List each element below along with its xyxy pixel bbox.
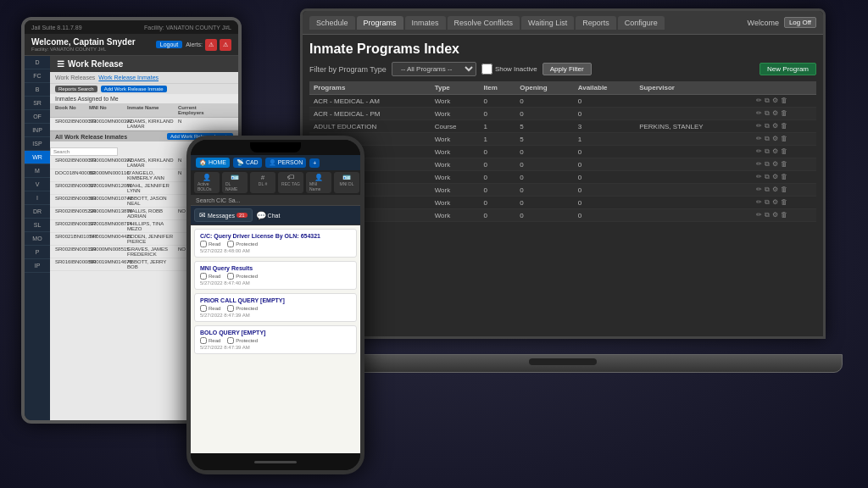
phone-nav-person[interactable]: 👤 PERSON [265, 158, 307, 168]
settings-icon[interactable]: ⚙ [772, 109, 778, 118]
phone-subtab-dl-name[interactable]: 🪪 DL NAME [222, 172, 248, 193]
copy-icon[interactable]: ⧉ [765, 173, 770, 181]
sidebar-item-m[interactable]: M [25, 164, 50, 178]
protected-checkbox[interactable] [227, 305, 234, 312]
program-type-filter[interactable]: -- All Programs -- [392, 62, 476, 76]
delete-icon[interactable]: 🗑 [781, 122, 787, 130]
inmate-search-input[interactable] [50, 147, 118, 156]
chat-button[interactable]: 💬 Chat [256, 208, 281, 222]
program-name[interactable]: ACR - MEDICAL - PM [309, 108, 431, 120]
protected-checkbox[interactable] [227, 273, 234, 280]
protected-checkbox[interactable] [227, 337, 234, 344]
copy-icon[interactable]: ⧉ [765, 147, 770, 156]
read-checkbox[interactable] [200, 305, 207, 312]
sidebar-item-dr[interactable]: DR [25, 205, 50, 219]
sidebar-item-sr[interactable]: SR [25, 97, 50, 110]
delete-icon[interactable]: 🗑 [781, 173, 787, 181]
sidebar-item-b[interactable]: B [25, 83, 50, 97]
settings-icon[interactable]: ⚙ [772, 147, 778, 156]
edit-icon[interactable]: ✏ [756, 186, 762, 194]
reports-search-button[interactable]: Reports Search [55, 86, 97, 92]
copy-icon[interactable]: ⧉ [765, 211, 770, 219]
delete-icon[interactable]: 🗑 [781, 160, 787, 169]
settings-icon[interactable]: ⚙ [772, 173, 778, 181]
sidebar-item-fc[interactable]: FC [25, 69, 50, 83]
edit-icon[interactable]: ✏ [756, 160, 762, 169]
program-name[interactable]: ADULT EDUCATION [309, 120, 431, 133]
tab-waiting-list[interactable]: Waiting List [521, 16, 574, 30]
read-checkbox[interactable] [200, 241, 207, 247]
settings-icon[interactable]: ⚙ [772, 97, 778, 105]
delete-icon[interactable]: 🗑 [781, 186, 787, 194]
copy-icon[interactable]: ⧉ [765, 160, 770, 169]
edit-icon[interactable]: ✏ [756, 135, 762, 143]
tab-reports[interactable]: Reports [576, 16, 616, 30]
message-item[interactable]: PRIOR CALL QUERY [EMPTY] Read Protected … [194, 293, 357, 322]
phone-subtab-mni-dl[interactable]: 🪪 MNI DL [334, 172, 359, 193]
program-name[interactable]: ACR - MEDICAL - AM [309, 95, 431, 108]
hamburger-icon[interactable]: ☰ [57, 59, 64, 69]
copy-icon[interactable]: ⧉ [765, 198, 770, 207]
message-item[interactable]: BOLO QUERY [EMPTY] Read Protected 5/27/2… [194, 325, 357, 354]
sidebar-item-inp[interactable]: INP [25, 124, 50, 137]
phone-nav-extra[interactable]: + [309, 158, 320, 168]
protected-checkbox[interactable] [227, 241, 234, 247]
sidebar-item-of[interactable]: OF [25, 110, 50, 124]
message-item[interactable]: C/C: Query Driver License By OLN: 654321… [194, 229, 357, 258]
sidebar-item-mo[interactable]: MO [25, 232, 50, 246]
delete-icon[interactable]: 🗑 [781, 147, 787, 156]
edit-icon[interactable]: ✏ [756, 97, 762, 105]
phone-nav-home[interactable]: 🏠 HOME [196, 158, 230, 168]
tab-programs[interactable]: Programs [357, 16, 403, 30]
settings-icon[interactable]: ⚙ [772, 186, 778, 194]
delete-icon[interactable]: 🗑 [781, 135, 787, 143]
copy-icon[interactable]: ⧉ [765, 97, 770, 105]
delete-icon[interactable]: 🗑 [781, 211, 787, 219]
edit-icon[interactable]: ✏ [756, 147, 762, 156]
logout-button[interactable]: Log Off [784, 17, 816, 28]
apply-filter-button[interactable]: Apply Filter [542, 63, 592, 75]
edit-icon[interactable]: ✏ [756, 122, 762, 130]
sidebar-item-v[interactable]: V [25, 178, 50, 191]
sidebar-item-p[interactable]: P [25, 246, 50, 259]
phone-subtab-active-bolos[interactable]: 👤 Active BOLOs [194, 172, 220, 193]
phone-subtab-mni-name[interactable]: 👤 MNI Name [306, 172, 331, 193]
phone-subtab-dl-num[interactable]: # DL # [250, 172, 275, 193]
edit-icon[interactable]: ✏ [756, 173, 762, 181]
sidebar-item-wr[interactable]: WR [25, 151, 50, 164]
delete-icon[interactable]: 🗑 [781, 109, 787, 118]
delete-icon[interactable]: 🗑 [781, 198, 787, 207]
read-checkbox[interactable] [200, 337, 207, 344]
edit-icon[interactable]: ✏ [756, 211, 762, 219]
delete-icon[interactable]: 🗑 [781, 97, 787, 105]
tab-schedule[interactable]: Schedule [309, 16, 355, 30]
add-work-release-inmate-button[interactable]: Add Work Release Inmate [101, 86, 167, 92]
settings-icon[interactable]: ⚙ [772, 135, 778, 143]
edit-icon[interactable]: ✏ [756, 198, 762, 207]
sidebar-item-i[interactable]: I [25, 191, 50, 205]
tab-configure[interactable]: Configure [618, 16, 665, 30]
settings-icon[interactable]: ⚙ [772, 122, 778, 130]
settings-icon[interactable]: ⚙ [772, 211, 778, 219]
copy-icon[interactable]: ⧉ [765, 122, 770, 130]
copy-icon[interactable]: ⧉ [765, 186, 770, 194]
sidebar-item-ip[interactable]: IP [25, 259, 50, 273]
settings-icon[interactable]: ⚙ [772, 198, 778, 207]
sidebar-item-d[interactable]: D [25, 56, 50, 69]
messages-button[interactable]: ✉ Messages 21 [194, 208, 253, 222]
phone-nav-cad[interactable]: 📡 CAD [233, 158, 262, 168]
edit-icon[interactable]: ✏ [756, 109, 762, 118]
sidebar-item-isp[interactable]: ISP [25, 137, 50, 151]
show-inactive-checkbox[interactable] [481, 64, 492, 75]
wr-tab-inmates[interactable]: Work Release Inmates [98, 75, 159, 80]
tablet-logout-button[interactable]: Logout [156, 41, 182, 48]
copy-icon[interactable]: ⧉ [765, 109, 770, 118]
copy-icon[interactable]: ⧉ [765, 135, 770, 143]
tab-resolve-conflicts[interactable]: Resolve Conflicts [448, 16, 520, 30]
settings-icon[interactable]: ⚙ [772, 160, 778, 169]
read-checkbox[interactable] [200, 273, 207, 280]
phone-subtab-rec-tag[interactable]: 🏷 REC TAG [278, 172, 303, 193]
new-program-button[interactable]: New Program [760, 63, 816, 75]
sidebar-item-sl[interactable]: SL [25, 219, 50, 232]
tab-inmates[interactable]: Inmates [405, 16, 446, 30]
